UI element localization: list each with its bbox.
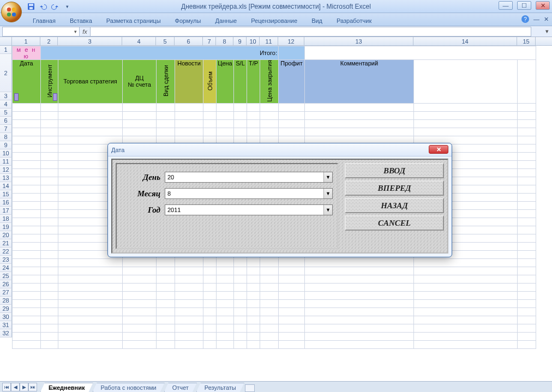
cell[interactable] — [247, 119, 260, 128]
tab-developer[interactable]: Разработчик — [330, 15, 378, 26]
cell[interactable] — [41, 193, 58, 201]
cell[interactable] — [414, 307, 518, 316]
cell[interactable] — [234, 299, 247, 307]
cell[interactable] — [175, 291, 203, 299]
cell[interactable] — [157, 103, 175, 111]
cell[interactable] — [13, 136, 41, 144]
row-header[interactable]: 30 — [0, 313, 12, 321]
cell[interactable] — [203, 316, 217, 324]
col-header[interactable]: 11 — [260, 37, 278, 45]
cell[interactable] — [217, 307, 234, 316]
row-header[interactable]: 9 — [0, 141, 12, 149]
cell[interactable] — [175, 267, 203, 275]
row-header[interactable]: 17 — [0, 207, 12, 215]
cell[interactable] — [305, 340, 414, 348]
cell[interactable] — [518, 136, 536, 144]
tab-pagelayout[interactable]: Разметка страницы — [100, 15, 167, 26]
col-header[interactable]: 14 — [413, 37, 517, 45]
cell[interactable] — [260, 283, 279, 291]
cell[interactable] — [305, 332, 414, 340]
cell[interactable] — [13, 119, 41, 128]
month-combo[interactable]: 8 ▼ — [165, 188, 333, 199]
cell[interactable] — [41, 119, 58, 128]
menu-cell[interactable]: м е н ю — [13, 46, 41, 60]
cell[interactable] — [305, 128, 414, 136]
cell[interactable] — [247, 340, 260, 348]
cell[interactable] — [157, 283, 175, 291]
name-box-dropdown-icon[interactable]: ▾ — [74, 29, 77, 34]
row-header[interactable]: 21 — [0, 239, 12, 248]
cell[interactable] — [175, 119, 203, 128]
cell[interactable] — [58, 299, 123, 307]
qat-dropdown-icon[interactable]: ▾ — [62, 2, 72, 11]
cell[interactable] — [518, 144, 536, 152]
cell[interactable] — [41, 103, 58, 111]
row-header[interactable]: 23 — [0, 256, 12, 264]
cell[interactable] — [157, 340, 175, 348]
cell[interactable] — [203, 275, 217, 283]
cell[interactable] — [518, 193, 536, 201]
sheet-tab[interactable]: Результаты — [196, 383, 244, 392]
col-header[interactable]: 15 — [517, 37, 536, 45]
cell[interactable] — [41, 324, 58, 332]
cell[interactable] — [58, 258, 123, 267]
cell[interactable] — [247, 111, 260, 119]
cell[interactable] — [518, 340, 536, 348]
row-header[interactable]: 15 — [0, 190, 12, 198]
cell[interactable] — [518, 307, 536, 316]
minimize-button[interactable]: — — [499, 1, 513, 10]
row-header[interactable]: 25 — [0, 272, 12, 280]
cell[interactable] — [279, 111, 305, 119]
cell[interactable] — [305, 316, 414, 324]
cell[interactable] — [58, 283, 123, 291]
cell[interactable] — [41, 218, 58, 226]
cell[interactable] — [123, 275, 157, 283]
col-header[interactable]: 13 — [304, 37, 413, 45]
cell[interactable] — [13, 291, 41, 299]
cell[interactable] — [157, 307, 175, 316]
cell[interactable] — [41, 201, 58, 209]
cell[interactable] — [247, 275, 260, 283]
new-sheet-button[interactable] — [245, 384, 255, 392]
cell[interactable] — [58, 316, 123, 324]
cell[interactable] — [13, 111, 41, 119]
cell[interactable] — [217, 316, 234, 324]
col-header[interactable]: 12 — [278, 37, 304, 45]
cell[interactable] — [518, 209, 536, 218]
cell[interactable] — [518, 316, 536, 324]
cell[interactable] — [260, 332, 279, 340]
cell[interactable] — [203, 340, 217, 348]
cell[interactable] — [175, 111, 203, 119]
col-header[interactable]: 2 — [40, 37, 58, 45]
cell[interactable] — [217, 283, 234, 291]
back-button[interactable]: НАЗАД — [345, 198, 444, 213]
row-header[interactable]: 19 — [0, 223, 12, 231]
cell[interactable] — [157, 275, 175, 283]
col-header[interactable]: 9 — [233, 37, 247, 45]
cell[interactable] — [58, 291, 123, 299]
cancel-button[interactable]: CANCEL — [345, 215, 444, 231]
row-header[interactable]: 18 — [0, 215, 12, 223]
row-header[interactable]: 31 — [0, 321, 12, 329]
cell[interactable] — [247, 128, 260, 136]
row-header[interactable]: 8 — [0, 133, 12, 141]
cell[interactable] — [13, 307, 41, 316]
cell[interactable] — [279, 307, 305, 316]
col-header[interactable]: 8 — [216, 37, 233, 45]
cell[interactable] — [175, 275, 203, 283]
cell[interactable] — [518, 291, 536, 299]
cell[interactable] — [414, 332, 518, 340]
cell[interactable] — [217, 299, 234, 307]
cell[interactable] — [518, 177, 536, 185]
cell[interactable] — [279, 103, 305, 111]
cell[interactable] — [175, 258, 203, 267]
cell[interactable] — [414, 111, 518, 119]
cell[interactable] — [175, 299, 203, 307]
cell[interactable] — [203, 283, 217, 291]
row-header[interactable]: 5 — [0, 108, 12, 117]
cell[interactable] — [279, 119, 305, 128]
cell[interactable] — [41, 177, 58, 185]
cell[interactable] — [41, 226, 58, 234]
cell[interactable] — [414, 291, 518, 299]
cell[interactable] — [157, 111, 175, 119]
